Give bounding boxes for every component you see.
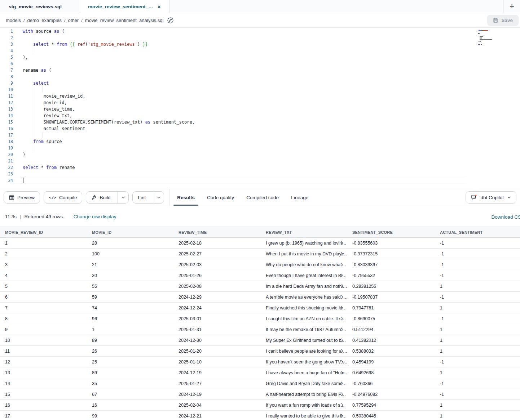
cell-sentiment_score: 0.28381255 <box>347 284 435 289</box>
code-line-14[interactable]: 14 review_txt, <box>0 112 520 119</box>
cell-value: -0.37372315 <box>352 251 378 256</box>
cell-value: A half-hearted attempt to bring Elvis P… <box>266 392 346 397</box>
tab-results[interactable]: Results <box>171 189 201 206</box>
minimap-seg <box>480 41 481 42</box>
build-dropdown-button[interactable] <box>118 192 128 203</box>
preview-button[interactable]: Preview <box>4 191 40 204</box>
code-line-11[interactable]: 11 movie_review_id, <box>0 93 520 99</box>
code-line-12[interactable]: 12 movie_id, <box>0 99 520 106</box>
cell-value: 96 <box>92 316 97 321</box>
editor-minimap[interactable] <box>478 29 507 47</box>
code-line-9[interactable]: 9 select <box>0 80 520 86</box>
cell-value: When I put this movie in my DVD playe… <box>266 251 347 256</box>
line-number: 12 <box>0 99 13 106</box>
cell-review_time: 2024-12-21 <box>173 414 261 419</box>
cell-movie_review_id: 2 <box>0 251 87 256</box>
code-line-3[interactable]: 3 select * from {{ ref('stg_movie_review… <box>0 41 520 48</box>
code-line-15[interactable]: 15 SNOWFLAKE.CORTEX.SENTIMENT(review_txt… <box>0 119 520 125</box>
line-number: 1 <box>0 28 13 35</box>
code-line-18[interactable]: 18 from source <box>0 138 520 145</box>
cell-value: -1 <box>440 251 444 256</box>
new-tab-button[interactable]: + <box>503 0 520 13</box>
tab-lineage[interactable]: Lineage <box>285 189 314 206</box>
code-line-16[interactable]: 16 actual_sentiment <box>0 125 520 132</box>
code-line-24[interactable]: 24 <box>0 177 520 184</box>
cell-value: It may be the remake of 1987 Autumn'… <box>266 327 346 332</box>
code-token: }} <box>142 42 147 47</box>
code-line-2[interactable]: 2 <box>0 35 520 41</box>
cell-value: 2024-12-29 <box>179 295 202 300</box>
cell-review_txt: When I put this movie in my DVD playe… <box>261 251 347 256</box>
lint-button[interactable]: Lint <box>133 192 150 203</box>
code-content <box>13 177 520 184</box>
code-line-13[interactable]: 13 review_time, <box>0 106 520 112</box>
cell-value: -1 <box>440 359 444 365</box>
cell-movie_id: 35 <box>87 381 173 386</box>
build-button[interactable]: Build <box>86 192 115 203</box>
breadcrumb-item[interactable]: models <box>6 18 21 23</box>
line-number: 22 <box>0 164 13 171</box>
cell-movie_review_id: 17 <box>0 414 87 419</box>
cell-value: 1 <box>440 327 442 332</box>
code-icon: </> <box>49 195 56 200</box>
tab-compiled-code[interactable]: Compiled code <box>240 189 285 206</box>
compile-button[interactable]: </> Compile <box>44 191 82 204</box>
breadcrumb-item[interactable]: demo_examples <box>27 18 62 23</box>
cell-review_time: 2024-12-19 <box>173 392 261 397</box>
cell-movie_id: 28 <box>87 241 173 246</box>
editor-tab[interactable]: stg_movie_reviews.sql <box>0 0 79 13</box>
cell-review_time: 2024-12-24 <box>173 305 261 310</box>
breadcrumb-item[interactable]: other <box>68 18 79 23</box>
change-row-display-link[interactable]: Change row display <box>74 214 116 219</box>
line-number: 19 <box>0 145 13 151</box>
code-line-22[interactable]: 22select * from rename <box>0 164 520 171</box>
cell-value: 13 <box>5 370 10 375</box>
code-line-19[interactable]: 19 <box>0 145 520 151</box>
close-icon[interactable]: × <box>158 4 161 9</box>
download-csv-link[interactable]: Download CSV <box>491 214 520 219</box>
cell-value: 3 <box>5 262 8 267</box>
code-token: sentiment_score, <box>150 120 195 125</box>
cell-actual_sentiment: 1 <box>435 414 520 419</box>
cell-review_txt: If you want a fun romp with loads of s… <box>261 403 347 408</box>
code-line-5[interactable]: 5), <box>0 54 520 61</box>
cell-value: 74 <box>92 305 97 310</box>
line-number: 4 <box>0 48 13 54</box>
cell-value: 2025-01-26 <box>179 273 202 278</box>
minimap-seg <box>481 29 481 29</box>
cell-sentiment_score: -0.37372315 <box>347 251 435 256</box>
code-line-4[interactable]: 4 <box>0 48 520 54</box>
cell-value: I have always been a huge fan of "Hom… <box>266 370 347 375</box>
code-line-6[interactable]: 6 <box>0 61 520 67</box>
code-line-8[interactable]: 8 <box>0 73 520 80</box>
dbt-ide-window: stg_movie_reviews.sqlmovie_review_sentim… <box>0 0 520 420</box>
editor-tab-bar: stg_movie_reviews.sqlmovie_review_sentim… <box>0 0 520 13</box>
dbt-copilot-button[interactable]: dbt Copilot <box>466 191 516 204</box>
code-line-7[interactable]: 7rename as ( <box>0 67 520 73</box>
code-line-1[interactable]: 1with source as ( <box>0 28 520 35</box>
code-line-23[interactable]: 23 <box>0 171 520 177</box>
code-token: as <box>145 120 150 125</box>
compass-icon[interactable] <box>167 17 174 24</box>
query-duration: 11.3s <box>5 214 17 219</box>
cell-value: -0.7955532 <box>352 273 375 278</box>
code-line-17[interactable]: 17 <box>0 132 520 138</box>
line-number: 8 <box>0 73 13 80</box>
cell-review_time: 2025-01-26 <box>173 273 261 278</box>
cell-movie_review_id: 10 <box>0 338 87 343</box>
tab-code-quality[interactable]: Code quality <box>201 189 240 206</box>
code-token: movie_review_id, <box>23 94 85 99</box>
cell-actual_sentiment: 1 <box>435 338 520 343</box>
lint-dropdown-button[interactable] <box>153 192 164 203</box>
code-line-20[interactable]: 20) <box>0 151 520 158</box>
breadcrumb-item[interactable]: movie_review_sentiment_analysis.sql <box>85 18 164 23</box>
code-editor[interactable]: 1with source as (23 select * from {{ ref… <box>0 28 520 189</box>
cell-value: 2024-12-19 <box>179 370 202 375</box>
code-token: rename <box>57 165 75 170</box>
editor-tab-active[interactable]: movie_review_sentiment_…× <box>79 0 170 13</box>
cell-movie_id: 30 <box>87 273 173 278</box>
code-line-21[interactable]: 21 <box>0 158 520 164</box>
code-token <box>75 42 78 47</box>
code-line-10[interactable]: 10 <box>0 86 520 93</box>
save-button[interactable]: Save <box>487 15 519 26</box>
